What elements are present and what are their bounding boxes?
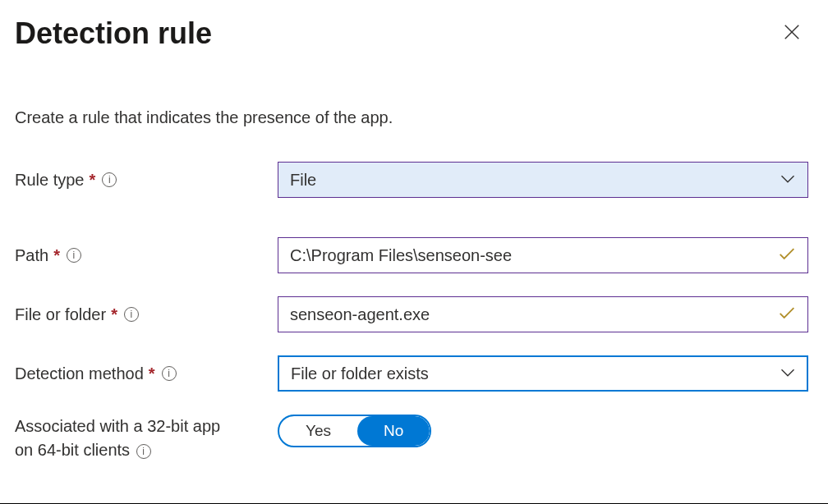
associated-32bit-label: Associated with a 32-bit app on 64-bit c…	[15, 415, 278, 462]
file-or-folder-label: File or folder * i	[15, 305, 278, 324]
required-asterisk: *	[90, 171, 96, 190]
toggle-no[interactable]: No	[357, 416, 430, 446]
detection-method-input-wrapper: File or folder exists	[278, 355, 808, 392]
file-or-folder-label-text: File or folder	[15, 305, 106, 324]
detection-method-label: Detection method * i	[15, 364, 278, 383]
toggle-yes[interactable]: Yes	[279, 416, 357, 446]
rule-type-label-text: Rule type	[15, 171, 85, 190]
required-asterisk: *	[149, 364, 155, 383]
panel-title: Detection rule	[15, 16, 212, 51]
rule-type-label: Rule type * i	[15, 171, 278, 190]
rule-type-row: Rule type * i File	[15, 162, 808, 198]
close-icon	[783, 23, 801, 44]
rule-type-value: File	[290, 171, 316, 190]
detection-rule-panel: Detection rule Create a rule that indica…	[0, 0, 828, 479]
file-or-folder-input-wrapper: senseon-agent.exe	[278, 296, 808, 332]
required-asterisk: *	[53, 246, 60, 265]
detection-method-row: Detection method * i File or folder exis…	[15, 355, 808, 392]
path-input[interactable]: C:\Program Files\senseon-see	[278, 237, 808, 273]
info-icon[interactable]: i	[124, 307, 139, 322]
rule-type-select[interactable]: File	[278, 162, 808, 198]
path-row: Path * i C:\Program Files\senseon-see	[15, 237, 808, 273]
detection-method-label-text: Detection method	[15, 364, 144, 383]
file-or-folder-row: File or folder * i senseon-agent.exe	[15, 296, 808, 332]
associated-32bit-label-line1: Associated with a 32-bit app	[15, 417, 220, 435]
file-or-folder-input[interactable]: senseon-agent.exe	[278, 296, 808, 332]
associated-32bit-input-wrapper: Yes No	[278, 415, 808, 447]
path-label-text: Path	[15, 246, 48, 265]
close-button[interactable]	[775, 16, 808, 49]
info-icon[interactable]: i	[102, 172, 117, 187]
info-icon[interactable]: i	[67, 248, 81, 263]
detection-method-select[interactable]: File or folder exists	[278, 355, 808, 392]
detection-method-value: File or folder exists	[291, 364, 429, 383]
path-input-wrapper: C:\Program Files\senseon-see	[278, 237, 808, 273]
file-or-folder-value: senseon-agent.exe	[290, 305, 430, 324]
info-icon[interactable]: i	[162, 366, 177, 381]
associated-32bit-toggle: Yes No	[278, 415, 431, 447]
associated-32bit-label-line2: on 64-bit clients	[15, 441, 130, 459]
info-icon[interactable]: i	[136, 444, 151, 459]
associated-32bit-row: Associated with a 32-bit app on 64-bit c…	[15, 415, 808, 462]
panel-header: Detection rule	[15, 16, 808, 51]
path-value: C:\Program Files\senseon-see	[290, 246, 512, 265]
panel-description: Create a rule that indicates the presenc…	[15, 108, 808, 127]
rule-type-input-wrapper: File	[278, 162, 808, 198]
required-asterisk: *	[111, 305, 117, 324]
path-label: Path * i	[15, 246, 278, 265]
